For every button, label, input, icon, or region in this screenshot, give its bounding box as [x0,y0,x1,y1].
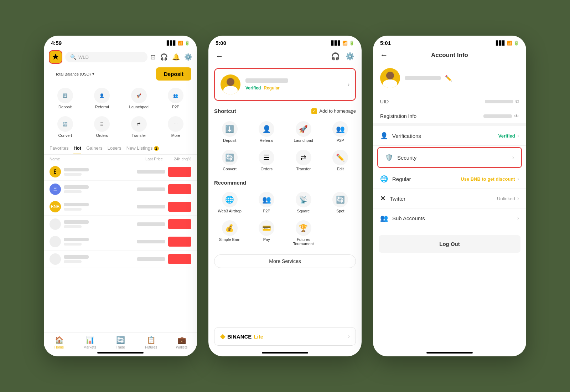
shortcut-p2p[interactable]: 👥 P2P [323,118,358,145]
security-right: › [512,154,514,161]
table-row[interactable]: BNB [44,198,197,216]
futures-tournament-icon: 🏆 [299,224,308,232]
support-icon[interactable]: 🎧 [160,53,168,61]
rec-futures-tournament[interactable]: 🏆 Futures Tournament [286,217,321,249]
security-menu-item[interactable]: 🛡️ Security › [378,148,521,167]
back-button[interactable]: ← [380,51,388,60]
shortcut-orders[interactable]: ☰ Orders [84,113,120,140]
shortcut-transfer[interactable]: ⇄ Transfer [286,147,321,174]
shortcut-edit[interactable]: ✏️ Edit [323,147,358,174]
twitter-label: Twitter [390,196,405,202]
coin-change-badge [168,219,191,229]
nav-wallets[interactable]: 💼 Wallets [166,336,197,349]
nav-home[interactable]: 🏠 Home [44,336,74,349]
shortcut-deposit[interactable]: ⬇️ Deposit [47,85,83,112]
rec-simple-earn[interactable]: 💰 Simple Earn [212,217,248,249]
coin-change-badge [168,237,191,247]
scan-icon[interactable]: ⊡ [150,53,156,61]
tab-losers[interactable]: Losers [108,145,121,154]
profile-row: ✏️ [373,62,526,94]
status-time-3: 5:01 [380,40,391,46]
coin-vol-blurred [64,173,82,176]
shortcut-p2p[interactable]: 👥 P2P [158,85,194,112]
nav-futures[interactable]: 📋 Futures [136,336,166,349]
status-bar-2: 5:00 ▋▋▋ 📶 🔋 [208,36,362,48]
sub-accounts-menu-item[interactable]: 👥 Sub Accounts › [373,208,526,228]
table-row[interactable] [44,216,197,233]
tab-favorites[interactable]: Favorites [50,145,68,154]
tab-hot[interactable]: Hot [73,145,81,154]
settings-icon[interactable]: ⚙️ [346,52,354,61]
tab-new-listings[interactable]: New Listings 2 [126,145,159,154]
search-bar[interactable]: 🔍 WLD [65,52,147,62]
copy-icon[interactable]: ⧉ [515,98,519,104]
shortcut-referral[interactable]: 👤 Referral [84,85,120,112]
regular-menu-item[interactable]: 🌐 Regular Use BNB to get discount › [373,169,526,189]
eye-icon[interactable]: 👁 [514,113,519,119]
table-row[interactable] [44,233,197,251]
launchpad-icon: 🚀 [136,93,141,98]
table-row[interactable] [44,251,197,268]
spot-icon: 🔄 [336,195,345,204]
rec-pay[interactable]: 💳 Pay [249,217,285,249]
twitter-menu-item[interactable]: ✕ Twitter Unlinked › [373,189,526,208]
twitter-left: ✕ Twitter [380,195,405,202]
battery-icon: 🔋 [349,41,354,46]
more-services-button[interactable]: More Services [214,254,356,268]
rec-spot[interactable]: 🔄 Spot [323,189,358,216]
rec-p2p[interactable]: 👥 P2P [249,189,285,216]
screen-profile-menu: 5:00 ▋▋▋ 📶 🔋 ← 🎧 ⚙️ [208,36,362,356]
nav-markets[interactable]: 📊 Markets [74,336,105,349]
shortcut-launchpad[interactable]: 🚀 Launchpad [286,118,321,145]
add-to-homepage[interactable]: ✓ Add to homepage [311,108,356,114]
account-info-header: ← Account Info [373,48,526,62]
table-row[interactable]: ₿ [44,163,197,181]
shortcut-referral[interactable]: 👤 Referral [249,118,285,145]
profile-name-blurred [245,78,288,83]
battery-icon: 🔋 [185,41,190,46]
binance-logo-icon[interactable] [49,50,62,64]
bell-icon[interactable]: 🔔 [172,53,180,61]
shortcut-more[interactable]: ⋯ More [158,113,194,140]
tab-gainers[interactable]: Gainers [86,145,103,154]
chevron-right-icon: › [517,176,519,182]
shortcut-orders[interactable]: ☰ Orders [249,147,285,174]
shield-icon: 🛡️ [385,154,393,161]
profile-icon[interactable]: ⚙️ [184,53,192,61]
col-price: Last Price [127,157,163,161]
shortcut-transfer[interactable]: ⇄ Transfer [121,113,157,140]
table-row[interactable]: Ξ [44,181,197,198]
web3-airdrop-icon: 🌐 [225,195,234,204]
back-button[interactable]: ← [216,52,223,61]
uid-row: UID ⧉ [373,94,526,109]
verified-badge: Verified [245,86,261,91]
edit-icon[interactable]: ✏️ [445,75,452,82]
globe-icon: 🌐 [380,175,388,183]
profile-card[interactable]: Verified Regular › [214,68,356,101]
shortcut-convert[interactable]: 🔄 Convert [212,147,248,174]
more-icon: ⋯ [174,122,178,127]
security-menu-item-container[interactable]: 🛡️ Security › [377,147,522,168]
binance-lite-bar[interactable]: ◆ BINANCE Lite › [214,327,356,346]
shortcut-convert[interactable]: 🔄 Convert [47,113,83,140]
deposit-button[interactable]: Deposit [156,67,191,81]
rec-web3-airdrop[interactable]: 🌐 Web3 Airdrop [212,189,248,216]
shortcut-deposit[interactable]: ⬇️ Deposit [212,118,248,145]
home-header: 🔍 WLD ⊡ 🎧 🔔 ⚙️ [44,48,197,66]
divider [373,123,526,126]
rec-square[interactable]: 📡 Square [286,189,321,216]
coin-change-badge [168,202,191,212]
shortcut-launchpad[interactable]: 🚀 Launchpad [121,85,157,112]
person-icon: 👤 [380,132,388,140]
logout-button[interactable]: Log Out [379,235,520,253]
coin-name-blurred [64,255,89,259]
nav-trade[interactable]: 🔄 Trade [105,336,136,349]
verifications-menu-item[interactable]: 👤 Verifications Verified › [373,126,526,146]
sub-accounts-left: 👥 Sub Accounts [380,214,425,222]
checkbox-icon: ✓ [311,108,317,114]
support-icon[interactable]: 🎧 [331,52,340,61]
shortcut-title: Shortcut [214,108,236,114]
balance-label: Total Balance (USD) ▾ [50,69,100,79]
regular-badge: Regular [264,86,280,91]
uid-label: UID [380,99,389,104]
